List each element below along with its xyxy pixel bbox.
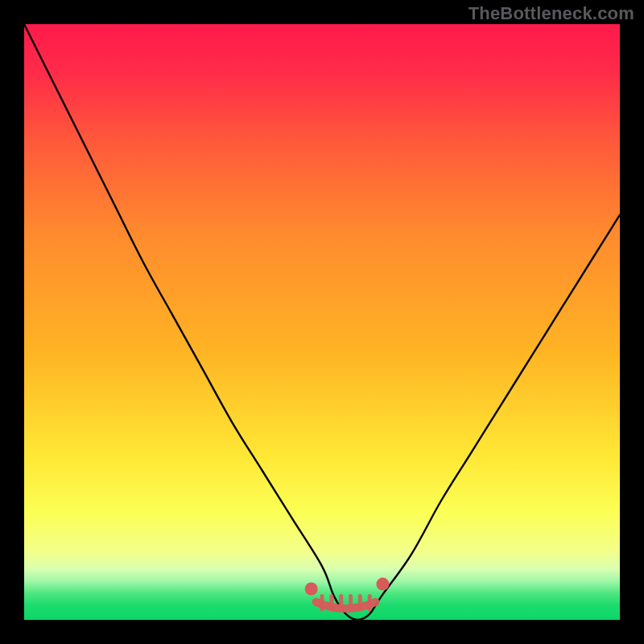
svg-rect-1	[24, 24, 620, 620]
watermark-text: TheBottleneck.com	[469, 3, 634, 24]
svg-point-3	[376, 578, 389, 591]
chart-svg	[0, 0, 644, 644]
svg-point-2	[305, 583, 318, 596]
bottleneck-chart	[0, 0, 644, 644]
